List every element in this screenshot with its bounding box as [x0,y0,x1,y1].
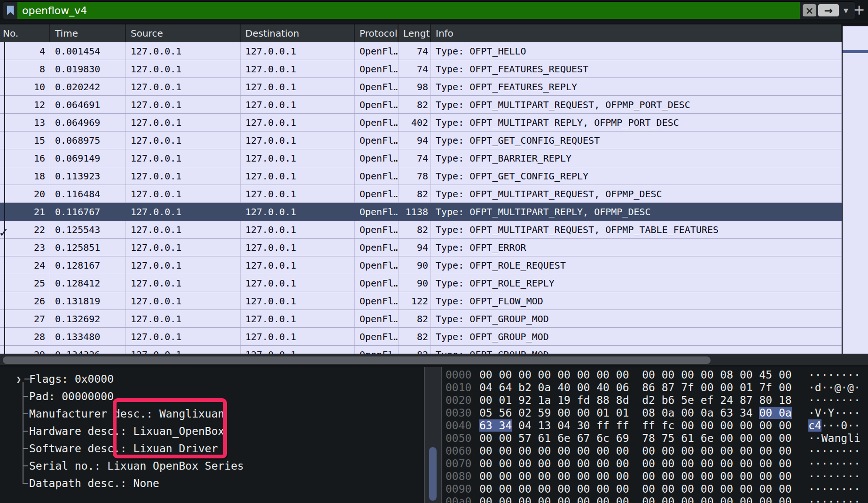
cell-len: 90 [399,274,431,292]
filter-bookmark-button[interactable] [3,2,17,19]
packet-row[interactable]: 130.064969127.0.0.1127.0.0.1OpenFl…402Ty… [0,114,842,132]
detail-item[interactable]: Flags: 0x0000 [29,370,114,387]
cell-info: Type: OFPT_HELLO [431,42,842,60]
hex-bytes: 00 00 00 00 00 00 00 00 00 00 00 00 00 0… [479,470,808,483]
cell-no: 28 [0,328,50,345]
hex-bytes: 63 34 04 13 04 30 ff ff ff fc 00 00 00 0… [479,419,808,432]
detail-item[interactable]: Serial no.: Lixuan OpenBox Series [29,457,244,474]
tree-trunk-line [23,382,23,483]
display-filter-input[interactable]: openflow_v4 [17,2,800,19]
packet-row[interactable]: 80.019830127.0.0.1127.0.0.1OpenFl…74Type… [0,60,842,78]
cell-time: 0.116484 [50,185,126,202]
detail-item[interactable]: Pad: 00000000 [29,387,114,405]
column-header-protocol[interactable]: Protocol [355,24,399,42]
hex-row[interactable]: 00a000 00 00 00 00 00 00 00 00 00 00 00 … [442,495,868,503]
filter-text: openflow_v4 [22,5,87,16]
packet-list-vertical-scrollbar[interactable] [842,26,868,354]
hex-bytes: 00 00 00 00 00 00 00 00 00 00 00 00 08 0… [479,369,808,381]
clear-filter-button[interactable]: × [803,4,816,16]
hex-row[interactable]: 000000 00 00 00 00 00 00 00 00 00 00 00 … [442,369,868,381]
packet-row[interactable]: 40.001454127.0.0.1127.0.0.1OpenFl…74Type… [0,42,842,60]
cell-proto: OpenFl… [355,132,399,149]
ascii-selection-highlight: c4 [808,419,821,432]
column-header-lengt[interactable]: Lengt [399,24,431,42]
packet-row-selected[interactable]: 210.116767127.0.0.1127.0.0.1OpenFl…1138T… [0,203,842,221]
packet-row[interactable]: 100.020242127.0.0.1127.0.0.1OpenFl…98Typ… [0,78,842,96]
cell-info: Type: OFPT_ERROR [431,239,842,256]
cell-time: 0.069149 [50,149,126,167]
hex-offset: 0030 [442,407,479,419]
packet-row[interactable]: 200.116484127.0.0.1127.0.0.1OpenFl…82Typ… [0,185,842,203]
detail-scroll-thumb[interactable] [429,447,437,501]
close-icon: × [805,5,813,16]
packet-list-horizontal-scrollbar[interactable] [0,354,868,366]
hex-offset: 0070 [442,457,479,470]
cell-len: 90 [399,256,431,274]
hex-row[interactable]: 008000 00 00 00 00 00 00 00 00 00 00 00 … [442,470,868,483]
detail-pane-scrollbar[interactable] [424,367,442,503]
packet-row[interactable]: 260.131819127.0.0.1127.0.0.1OpenFl…122Ty… [0,292,842,310]
hex-row[interactable]: 009000 00 00 00 00 00 00 00 00 00 00 00 … [442,483,868,495]
add-filter-button[interactable]: + [852,3,866,18]
cell-src: 127.0.0.1 [126,42,241,60]
column-header-info[interactable]: Info [431,24,842,42]
cell-no: 27 [0,310,50,327]
hex-ascii: ·V·Y···· [808,407,860,419]
cell-dst: 127.0.0.1 [241,256,355,274]
hex-ascii: ········ [808,495,860,503]
hex-row[interactable]: 001004 64 b2 0a 40 00 40 06 86 87 7f 00 … [442,381,868,394]
hex-row[interactable]: 007000 00 00 00 00 00 00 00 00 00 00 00 … [442,457,868,470]
packet-row[interactable]: 120.064691127.0.0.1127.0.0.1OpenFl…82Typ… [0,96,842,114]
hex-row[interactable]: 003005 56 02 59 00 00 01 01 08 0a 00 0a … [442,407,868,419]
cell-proto: OpenFl… [355,328,399,345]
column-header-time[interactable]: Time [50,24,126,42]
hex-row[interactable]: 002000 01 92 1a 19 fd 88 8d d2 b6 5e ef … [442,394,868,407]
hex-offset: 0090 [442,483,479,495]
cell-proto: OpenFl… [355,42,399,60]
cell-dst: 127.0.0.1 [241,78,355,95]
cell-len: 82 [399,328,431,345]
cell-dst: 127.0.0.1 [241,114,355,131]
cell-time: 0.125851 [50,239,126,256]
cell-len: 122 [399,292,431,310]
packet-row[interactable]: 220.125543127.0.0.1127.0.0.1OpenFl…82Typ… [0,221,842,239]
hex-bytes: 00 00 00 00 00 00 00 00 00 00 00 00 00 0… [479,445,808,457]
cell-time: 0.131819 [50,292,126,310]
column-header-destination[interactable]: Destination [241,24,355,42]
cell-no: 20 [0,185,50,202]
packet-row[interactable]: 280.133480127.0.0.1127.0.0.1OpenFl…82Typ… [0,328,842,346]
cell-time: 0.134326 [50,346,126,354]
column-header-no[interactable]: No. [0,24,50,42]
apply-filter-button[interactable]: → [818,4,839,16]
hex-row[interactable]: 005000 00 57 61 6e 67 6c 69 78 75 61 6e … [442,432,868,445]
cell-no: 21 [0,203,50,220]
cell-dst: 127.0.0.1 [241,185,355,202]
cell-time: 0.068975 [50,132,126,149]
cell-len: 82 [399,221,431,238]
packet-row[interactable]: 240.128167127.0.0.1127.0.0.1OpenFl…90Typ… [0,256,842,274]
hex-row[interactable]: 006000 00 00 00 00 00 00 00 00 00 00 00 … [442,445,868,457]
packet-row[interactable]: 230.125851127.0.0.1127.0.0.1OpenFl…94Typ… [0,239,842,256]
packet-row[interactable]: 150.068975127.0.0.1127.0.0.1OpenFl…94Typ… [0,132,842,149]
packet-row[interactable]: 160.069149127.0.0.1127.0.0.1OpenFl…74Typ… [0,149,842,167]
pink-annotation-box [113,398,227,458]
cell-dst: 127.0.0.1 [241,346,355,354]
hex-offset: 0000 [442,369,479,381]
cell-info: Type: OFPT_GET_CONFIG_REPLY [431,167,842,185]
expand-chevron-icon[interactable]: ❯ [16,370,25,387]
horizontal-scroll-thumb[interactable] [3,356,711,364]
cell-no: 23 [0,239,50,256]
packet-row[interactable]: 180.113923127.0.0.1127.0.0.1OpenFl…78Typ… [0,167,842,185]
detail-item[interactable]: Datapath desc.: None [29,474,159,492]
cell-time: 0.113923 [50,167,126,185]
cell-src: 127.0.0.1 [126,346,241,354]
filter-history-dropdown[interactable]: ▼ [841,4,851,16]
hex-row[interactable]: 004063 34 04 13 04 30 ff ff ff fc 00 00 … [442,419,868,432]
packet-row[interactable]: 290.134326127.0.0.1127.0.0.1OpenFl…82Typ… [0,346,842,354]
cell-dst: 127.0.0.1 [241,167,355,185]
hex-offset: 0080 [442,470,479,483]
packet-row[interactable]: 250.128412127.0.0.1127.0.0.1OpenFl…90Typ… [0,274,842,292]
column-header-source[interactable]: Source [126,24,241,42]
cell-info: Type: OFPT_MULTIPART_REQUEST, OFPMP_TABL… [431,221,842,238]
packet-row[interactable]: 270.132692127.0.0.1127.0.0.1OpenFl…82Typ… [0,310,842,328]
